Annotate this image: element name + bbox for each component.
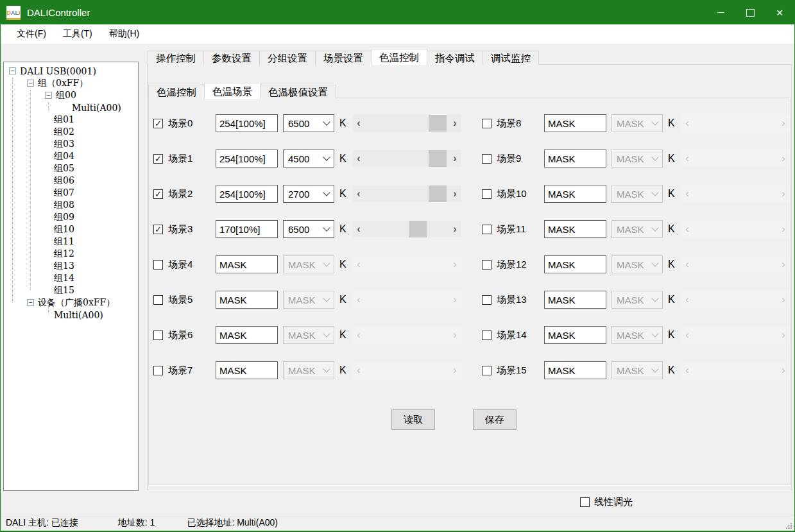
main-tab-6[interactable]: 调试监控 [483,51,539,65]
scene-level-input[interactable] [544,185,606,203]
tree-node-label[interactable]: 组12 [54,248,74,260]
scroll-right-icon[interactable]: › [777,291,790,308]
scroll-right-icon[interactable]: › [777,362,790,379]
tree-node-label[interactable]: 组06 [54,175,74,187]
scene-cct-select[interactable]: MASK [611,361,663,379]
scene-level-scrollbar[interactable]: ‹ › [352,115,461,132]
scene-checkbox[interactable] [482,260,492,270]
tree-node-label[interactable]: 组10 [54,224,74,236]
scene-level-input[interactable] [544,255,606,273]
scene-level-scrollbar[interactable]: ‹ › [681,291,790,308]
scroll-right-icon[interactable]: › [449,327,461,343]
tree-node[interactable]: 组06 [4,175,138,187]
scene-checkbox[interactable] [482,189,492,199]
scrollbar-track[interactable] [365,115,449,132]
scene-level-scrollbar[interactable]: ‹ › [352,362,461,379]
tree-node-label[interactable]: 组13 [54,261,74,272]
close-button[interactable]: ✕ [765,1,794,24]
scroll-right-icon[interactable]: › [777,185,790,202]
main-tab-2[interactable]: 分组设置 [259,51,316,65]
scroll-right-icon[interactable]: › [777,256,790,273]
scene-cct-select[interactable]: MASK [283,326,334,344]
tree-node[interactable]: 组04 [4,150,138,162]
scene-level-input[interactable] [216,150,278,167]
tree-node[interactable]: −组（0xFF） [4,77,138,89]
tree-node[interactable]: −组00 [4,89,138,101]
scene-checkbox[interactable] [482,119,492,128]
scene-level-scrollbar[interactable]: ‹ › [352,150,461,167]
scroll-left-icon[interactable]: ‹ [352,115,365,132]
scene-cct-select[interactable]: MASK [283,291,334,309]
scrollbar-track[interactable] [365,291,449,308]
scroll-left-icon[interactable]: ‹ [352,221,365,237]
maximize-button[interactable] [735,1,765,24]
tree-node[interactable]: −DALI USB(0001) [4,65,138,77]
scroll-right-icon[interactable]: › [777,221,790,237]
scene-cct-select[interactable]: MASK [611,185,663,203]
collapse-icon[interactable]: − [27,80,34,87]
scrollbar-track[interactable] [694,221,777,237]
read-button[interactable]: 读取 [391,409,435,430]
scroll-right-icon[interactable]: › [449,221,461,237]
scene-level-scrollbar[interactable]: ‹ › [352,221,461,237]
scroll-right-icon[interactable]: › [777,327,790,343]
scene-checkbox[interactable] [482,366,492,375]
scrollbar-track[interactable] [694,115,777,132]
scrollbar-track[interactable] [365,256,449,273]
scene-level-input[interactable] [544,114,606,132]
collapse-icon[interactable]: − [9,67,16,74]
scene-checkbox[interactable] [153,295,163,305]
scene-checkbox[interactable]: ✓ [153,154,163,164]
scrollbar-track[interactable] [365,327,449,343]
tree-node[interactable]: Multi(A00) [4,101,138,114]
scene-level-scrollbar[interactable]: ‹ › [681,185,790,202]
scene-cct-select[interactable]: 6500 [283,220,334,238]
scroll-left-icon[interactable]: ‹ [352,362,365,379]
main-tab-0[interactable]: 操作控制 [148,51,204,65]
main-tab-5[interactable]: 指令调试 [427,51,483,65]
save-button[interactable]: 保存 [473,409,517,430]
scene-level-scrollbar[interactable]: ‹ › [352,327,461,343]
scene-level-input[interactable] [544,150,606,167]
scene-checkbox[interactable] [482,295,492,305]
main-tab-4[interactable]: 色温控制 [371,49,427,65]
scrollbar-track[interactable] [694,256,777,273]
tree-node[interactable]: Multi(A00) [4,309,138,321]
scene-cct-select[interactable]: MASK [283,255,334,273]
scene-checkbox[interactable] [153,260,163,270]
tree-node-label[interactable]: 组14 [54,273,74,284]
scene-level-scrollbar[interactable]: ‹ › [681,256,790,273]
scene-checkbox[interactable] [153,366,163,375]
scene-level-input[interactable] [544,220,606,238]
scene-level-scrollbar[interactable]: ‹ › [681,150,790,167]
tree-node[interactable]: 组09 [4,211,138,223]
tree-node[interactable]: 组08 [4,199,138,211]
sub-tab-1[interactable]: 色温场景 [204,83,261,99]
scrollbar-track[interactable] [694,185,777,202]
scrollbar-track[interactable] [694,150,777,167]
tree-node-label[interactable]: Multi(A00) [72,103,121,113]
tree-node-label[interactable]: 组02 [54,126,74,138]
scene-level-input[interactable] [544,326,606,344]
scene-cct-select[interactable]: 2700 [283,185,334,203]
scene-level-scrollbar[interactable]: ‹ › [352,291,461,308]
scene-level-input[interactable] [216,220,278,238]
scene-cct-select[interactable]: MASK [611,291,663,309]
scene-level-scrollbar[interactable]: ‹ › [352,256,461,273]
scene-level-input[interactable] [216,361,278,379]
scrollbar-track[interactable] [365,221,449,237]
scene-cct-select[interactable]: 6500 [283,114,334,132]
scroll-right-icon[interactable]: › [777,150,790,167]
scene-cct-select[interactable]: MASK [611,326,663,344]
scrollbar-track[interactable] [365,362,449,379]
scroll-left-icon[interactable]: ‹ [681,115,694,132]
tree-node[interactable]: 组15 [4,284,138,296]
scene-level-input[interactable] [544,361,606,379]
menu-item[interactable]: 工具(T) [55,28,101,40]
collapse-icon[interactable]: − [27,299,34,306]
menu-item[interactable]: 帮助(H) [101,28,148,40]
scene-level-input[interactable] [216,291,278,309]
scene-checkbox[interactable] [482,154,492,164]
scroll-right-icon[interactable]: › [449,185,461,202]
scrollbar-thumb[interactable] [429,185,447,202]
